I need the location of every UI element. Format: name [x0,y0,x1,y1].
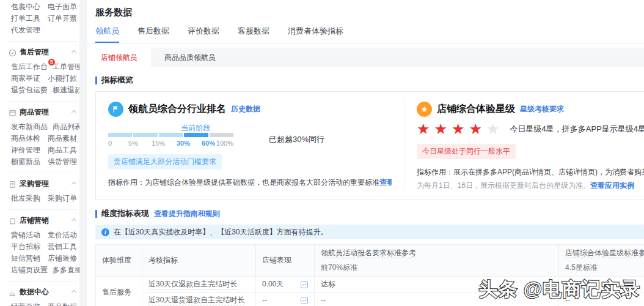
section-accent-bar [95,76,97,84]
col-header-indicator: 考核指标 [142,245,256,277]
indicator-cell: 近30天退货退款自主完结时长 [142,293,256,306]
sidebar-group-marketing[interactable]: 店铺营销 [9,209,77,226]
sidebar-item-publish-goods[interactable]: 发布新商品 [11,121,45,133]
sidebar-item-shop-decorate[interactable]: 店铺装修 [48,253,77,264]
subtab-shop-pilot[interactable]: 店铺领航员 [87,48,151,67]
history-data-link[interactable]: 历史数据 [231,104,260,114]
shield-check-icon [9,48,16,56]
tab-bar: 领航员 售后数据 评价数据 客服数据 消费者体验指标 [87,18,644,43]
rank-indicator-desc: 指标作用：为店铺综合体验星级提供基础数据，也是商家报名大部分活动的重要标准查看应… [108,177,392,188]
tick-label: 15% [152,140,165,147]
trend-chart-icon[interactable] [301,297,308,304]
section-dimension-header: 维度指标表现 查看提升指南和规则 [95,208,644,219]
star-icon-filled: ★ [469,122,483,136]
rank-panel-title: 领航员综合分行业排名 [128,103,226,116]
indicator-cell: 近30天仅退款自主完结时长 [142,277,256,293]
section-overview-header: 指标概览 [95,75,644,86]
sidebar-item-order-invoice[interactable]: 订单开票 [48,13,77,24]
sidebar-group-title: 售后管理 [20,47,72,58]
info-icon: i [101,228,109,236]
sidebar-item-bidding-activity[interactable]: 竞价活动 [48,230,77,241]
progress-segment-rest [210,133,233,137]
sidebar-item-supply-mgmt[interactable]: 供货管理 [48,156,77,168]
sidebar-item-duoduo-live[interactable]: 多多直播 [53,264,79,276]
col-header-pilot-standard: 领航员活动报名要求标准参考 前70%标准 [315,245,559,277]
view-example-link[interactable]: 查看应用实例 [379,178,392,187]
sidebar-item-e-waybill[interactable]: 电子面单 [48,1,77,13]
sidebar-group-title: 数据中心 [20,287,72,297]
bar-chart-icon [9,288,16,296]
tab-pilot[interactable]: 领航员 [95,26,119,43]
document-icon [9,180,16,188]
star-icon-empty: ★ [486,122,500,136]
tab-review-data[interactable]: 评价数据 [188,26,219,43]
sidebar-item-ticket-mgmt[interactable]: 工单管理 [53,61,79,73]
tick-label: 5% [128,140,138,147]
sidebar-group-purchase[interactable]: 采购管理 [9,173,77,189]
sidebar-item-goods-list[interactable]: 商品列表41 [53,121,79,133]
sidebar-item-showcase-new[interactable]: 橱窗新品 [11,156,40,168]
sidebar-group-title: 店铺营销 [20,215,72,226]
star-requirement-link[interactable]: 星级考核要求 [520,104,564,114]
rank-progress-bar [108,133,233,137]
current-stage-label: 当前阶段 [181,123,211,133]
sidebar-item-platform-bid[interactable]: 平台招标 [11,241,40,253]
tick-label: 100% [216,140,233,147]
sidebar-item-business-overview[interactable]: 经营总览 [11,301,40,306]
chevron-up-icon[interactable] [71,181,76,186]
star-indicator-desc-line2: 为每月1日、16日，展示根据更新时后台的星级为准。查看应用实例 [417,181,644,191]
sidebar-item-aftersale-workbench[interactable]: 售后工作台5 [11,61,45,73]
sidebar-item-review-mgmt[interactable]: 评价管理 [11,144,40,156]
sidebar-item-sms-marketing[interactable]: 短信营销 [11,253,40,264]
app-layout: 包裹中心 电子面单 打单工具 订单开票 代发管理 售后管理 售后工作台5 工单管… [0,0,644,306]
sidebar-item-marketing-activity[interactable]: 营销活动 [11,230,40,241]
chevron-up-icon[interactable] [71,110,76,114]
sidebar-item-merchant-proof[interactable]: 商家举证 [11,73,40,84]
star-icon-filled: ★ [452,122,465,136]
sidebar-item-goods-check[interactable]: 商品体检 [11,133,40,144]
sidebar-item-goods-data[interactable]: 商品数据 [48,301,77,306]
improvement-notice: i 在【近30天真实揽收及时率】、【近30天活跃度】方面有待提升。 [95,225,644,239]
sidebar-item-dropship[interactable]: 代发管理 [11,24,45,36]
col-header-performance: 店铺表现 [256,245,315,277]
sidebar-item-fast-refund[interactable]: 极速退款 [53,84,79,96]
sidebar-item-wholesale[interactable]: 批发采购 [11,193,40,204]
rank-progress-zone: 当前阶段 0 5% 15% 30% [108,123,392,148]
sidebar-item-shop-page-setting[interactable]: 店铺页设置 [11,264,45,276]
star-badge-icon: ★ [417,102,432,117]
main-content: 服务数据 领航员 售后数据 评价数据 客服数据 消费者体验指标 店铺领航员 商品… [87,0,644,306]
tab-aftersale-data[interactable]: 售后数据 [137,26,169,43]
sidebar-item-marketing-tools[interactable]: 营销工具 [48,241,77,253]
star-icon-filled: ★ [417,122,430,136]
activity-threshold-tag: 贵店铺满足大部分活动门槛要求 [108,154,222,170]
subtab-bar: 店铺领航员 商品品质领航员 [87,48,644,67]
sidebar-group-goods[interactable]: 商品管理 [9,101,77,118]
progress-segment [159,133,183,137]
tab-consumer-experience[interactable]: 消费者体验指标 [288,26,343,43]
trend-chart-icon[interactable] [301,281,308,288]
sidebar-item-goods-tools[interactable]: 商品工具 [48,144,77,156]
star-icon-filled: ★ [434,122,448,136]
chevron-up-icon[interactable] [71,50,76,54]
star-rating-row: ★ ★ ★ ★ ★ 今日星级4星，拼多多APP显示星级4星 [417,122,644,136]
sidebar-item-small-payment[interactable]: 小额打款 [48,73,77,84]
sidebar-item-goods-material[interactable]: 商品素材 [48,133,77,144]
chevron-up-icon[interactable] [71,218,76,223]
star-level-tag: 今日星级处于同行一般水平 [417,144,516,159]
tab-service-data[interactable]: 客服数据 [238,26,269,43]
shop-icon [9,217,16,225]
sidebar-item-purchase-order[interactable]: 采购订单 [48,193,77,204]
tick-label: 30% [177,140,190,147]
sidebar-item-return-freight[interactable]: 退货包运费 [11,84,45,96]
view-example-link[interactable]: 查看应用实例 [590,181,634,190]
layout-divider [79,0,87,306]
sidebar-group-data-center[interactable]: 数据中心 [9,281,77,297]
progress-segment [108,133,132,137]
page-title: 服务数据 [87,0,644,18]
sidebar-item-package-center[interactable]: 包裹中心 [11,1,40,13]
improvement-guide-link[interactable]: 查看提升指南和规则 [154,209,220,219]
sidebar-item-print-tool[interactable]: 打单工具 [11,13,40,24]
sidebar-group-aftersale[interactable]: 售后管理 [9,41,77,58]
chevron-up-icon[interactable] [71,289,76,294]
subtab-goods-quality-pilot[interactable]: 商品品质领航员 [151,48,229,67]
